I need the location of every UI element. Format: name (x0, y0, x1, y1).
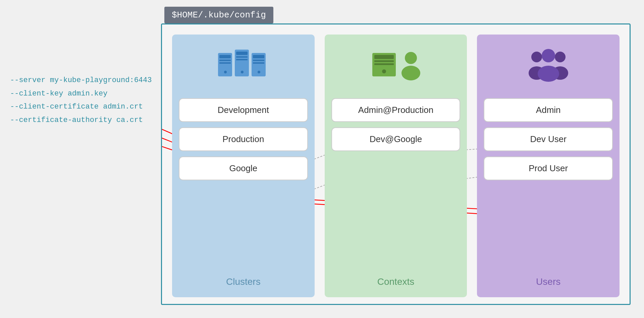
contexts-list: Admin@Production Dev@Google (331, 98, 461, 151)
contexts-label: Contexts (377, 276, 415, 287)
code-section: --server my-kube-playground:6443 --clien… (0, 67, 161, 133)
cluster-item-development[interactable]: Development (179, 98, 308, 122)
svg-rect-16 (219, 60, 231, 61)
column-users: Admin Dev User Prod User Users (477, 35, 620, 297)
svg-rect-15 (219, 55, 231, 58)
cluster-icon (216, 45, 270, 85)
code-line-4: --certificate-authority ca.crt (10, 114, 151, 127)
clusters-label: Clusters (226, 276, 261, 287)
users-icon (522, 45, 575, 85)
svg-rect-20 (236, 52, 248, 55)
config-label: $HOME/.kube/config (164, 7, 273, 23)
code-line-2: --client-key admin.key (10, 87, 151, 101)
user-item-prod-user[interactable]: Prod User (484, 156, 613, 180)
svg-point-35 (401, 66, 420, 80)
svg-point-40 (542, 49, 555, 62)
column-contexts: Admin@Production Dev@Google Contexts (325, 35, 467, 297)
user-item-admin[interactable]: Admin (484, 98, 613, 122)
svg-point-23 (241, 71, 244, 73)
svg-point-33 (382, 69, 386, 73)
context-icon (369, 45, 423, 85)
svg-rect-27 (253, 62, 264, 64)
code-line-3: --client-certificate admin.crt (10, 100, 151, 114)
svg-point-18 (224, 71, 227, 73)
svg-rect-26 (253, 60, 264, 61)
columns-wrapper: Development Production Google Clusters (162, 24, 630, 304)
svg-point-36 (531, 52, 542, 62)
user-item-dev-user[interactable]: Dev User (484, 127, 613, 151)
svg-rect-17 (219, 62, 231, 64)
users-label: Users (536, 276, 560, 287)
cluster-item-production[interactable]: Production (179, 127, 308, 151)
svg-rect-21 (236, 56, 248, 58)
column-clusters: Development Production Google Clusters (172, 35, 315, 297)
cluster-item-google[interactable]: Google (179, 156, 308, 180)
context-item-admin-production[interactable]: Admin@Production (331, 98, 461, 122)
svg-point-28 (258, 71, 260, 73)
svg-rect-31 (374, 60, 394, 62)
svg-rect-32 (374, 63, 394, 65)
svg-point-34 (405, 52, 417, 64)
svg-rect-30 (374, 55, 394, 59)
clusters-list: Development Production Google (179, 98, 308, 180)
svg-rect-25 (253, 55, 264, 58)
diagram-container: Development Production Google Clusters (161, 23, 631, 305)
users-list: Admin Dev User Prod User (484, 98, 613, 180)
svg-rect-22 (236, 59, 248, 60)
code-line-1: --server my-kube-playground:6443 (10, 74, 151, 87)
svg-point-41 (538, 66, 559, 82)
context-item-dev-google[interactable]: Dev@Google (331, 127, 461, 151)
svg-point-38 (555, 52, 566, 62)
